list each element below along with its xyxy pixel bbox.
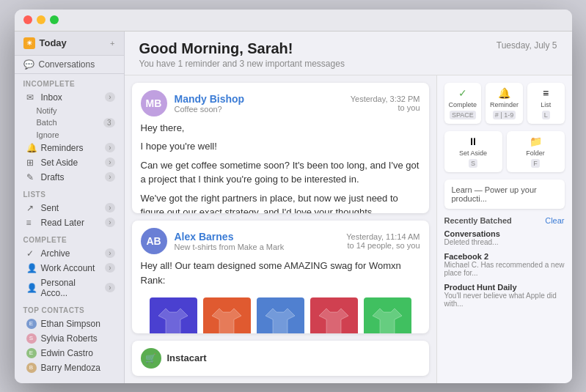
sidebar-item-set-aside[interactable]: ⊞ Set Aside › — [15, 155, 124, 170]
app-window: ☀ Today + 💬 Conversations INCOMPLETE ✉ I… — [15, 10, 572, 383]
notify-label: Notify — [37, 106, 115, 115]
conversations-label: Conversations — [39, 59, 95, 70]
batch-sender-1: Facebook 2 — [444, 252, 565, 261]
list-icon: ≡ — [543, 87, 549, 99]
close-button[interactable] — [23, 15, 32, 24]
message-list: MB Mandy Bishop Coffee soon? Yesterday, … — [125, 75, 436, 383]
tshirt-4 — [310, 297, 358, 333]
contact-name-ethan: Ethan Simpson — [41, 319, 115, 329]
body-line-1-2: Can we get coffee sometime soon? It's be… — [141, 158, 420, 187]
sidebar-item-read-later[interactable]: ≡ Read Later › — [15, 215, 124, 230]
sidebar-item-personal-account[interactable]: 👤 Personal Acco... › — [15, 275, 124, 300]
batch-preview-1: Michael C. Has recommended a new place f… — [444, 261, 565, 277]
sidebar-item-batch[interactable]: Batch 3 — [15, 117, 124, 129]
sender-name-2: Alex Barnes — [175, 231, 340, 243]
sidebar-item-contact-barry[interactable]: B Barry Mendoza — [15, 360, 124, 375]
main-content-area: Good Morning, Sarah! You have 1 reminder… — [125, 32, 572, 383]
list-shortcut: L — [542, 111, 550, 119]
message-subject-2: New t-shirts from Make a Mark — [175, 243, 340, 251]
minimize-button[interactable] — [37, 15, 45, 24]
folder-label: Folder — [526, 149, 545, 157]
instacart-item[interactable]: 🛒 Instacart — [132, 341, 429, 376]
message-to-2: to 14 people, so you — [346, 241, 420, 250]
date: Tuesday, July 5 — [497, 40, 557, 51]
tshirt-2 — [203, 297, 251, 333]
sidebar-item-inbox[interactable]: ✉ Inbox › — [15, 90, 124, 105]
body-line-1-0: Hey there, — [141, 121, 420, 136]
sidebar-item-contact-ethan[interactable]: E Ethan Simpson — [15, 317, 124, 331]
recently-batched-header: Recently Batched Clear — [444, 216, 565, 225]
set-aside-action-btn[interactable]: ⏸ Set Aside S — [444, 131, 502, 172]
contact-avatar-barry: B — [26, 363, 37, 373]
sidebar-item-sent[interactable]: ↗ Sent › — [15, 201, 124, 215]
message-time-2: Yesterday, 11:14 AM — [346, 232, 420, 241]
lists-section-header: LISTS — [15, 185, 124, 201]
reminders-icon: 🔔 — [26, 143, 37, 153]
read-later-icon: ≡ — [26, 218, 37, 228]
contact-avatar-ethan: E — [26, 319, 37, 329]
batch-item-0[interactable]: Conversations Deleted thread... — [444, 229, 565, 246]
tshirt-3 — [257, 297, 304, 333]
incomplete-section-header: INCOMPLETE — [15, 74, 124, 90]
sidebar-item-archive[interactable]: ✓ Archive › — [15, 246, 124, 261]
right-panel: ✓ Complete SPACE 🔔 Reminder # | 1-9 ≡ Li… — [436, 75, 572, 383]
batch-item-2[interactable]: Product Hunt Daily You'll never believe … — [444, 283, 565, 308]
message-header-2: AB Alex Barnes New t-shirts from Make a … — [132, 221, 429, 259]
reminder-action-btn[interactable]: 🔔 Reminder # | 1-9 — [486, 83, 523, 124]
sidebar-item-reminders[interactable]: 🔔 Reminders › — [15, 141, 124, 155]
sidebar-item-contact-edwin[interactable]: E Edwin Castro — [15, 346, 124, 360]
main-split: MB Mandy Bishop Coffee soon? Yesterday, … — [125, 75, 572, 383]
message-meta-1: Mandy Bishop Coffee soon? — [175, 93, 343, 114]
personal-account-icon: 👤 — [26, 283, 37, 293]
batch-sender-0: Conversations — [444, 229, 565, 238]
sidebar-today-label: Today — [40, 37, 106, 48]
app-body: ☀ Today + 💬 Conversations INCOMPLETE ✉ I… — [15, 32, 572, 383]
folder-icon: 📁 — [530, 136, 542, 147]
work-account-label: Work Account — [41, 263, 101, 273]
complete-label: Complete — [449, 101, 477, 108]
inbox-icon: ✉ — [26, 92, 37, 103]
sidebar-today-badge: + — [110, 39, 114, 48]
set-aside-label: Set Aside — [41, 158, 101, 168]
conversations-icon: 💬 — [23, 59, 34, 70]
drafts-label: Drafts — [41, 172, 101, 182]
complete-action-btn[interactable]: ✓ Complete SPACE — [444, 83, 482, 124]
personal-account-chevron: › — [105, 283, 114, 292]
folder-action-btn[interactable]: 📁 Folder F — [507, 131, 565, 172]
sidebar-item-conversations[interactable]: 💬 Conversations — [15, 56, 124, 74]
today-icon: ☀ — [23, 37, 35, 49]
sidebar-item-drafts[interactable]: ✎ Drafts › — [15, 170, 124, 185]
traffic-lights — [23, 15, 59, 24]
reminders-chevron: › — [105, 143, 114, 152]
contact-avatar-edwin: E — [26, 348, 37, 358]
inbox-label: Inbox — [41, 92, 101, 103]
sidebar-item-contact-sylvia[interactable]: S Sylvia Roberts — [15, 331, 124, 346]
tshirt-row — [141, 292, 420, 333]
batch-preview-2: You'll never believe what Apple did with… — [444, 292, 565, 308]
main-header: Good Morning, Sarah! You have 1 reminder… — [125, 32, 572, 75]
archive-icon: ✓ — [26, 248, 37, 259]
batch-label: Batch — [37, 118, 99, 127]
contact-name-sylvia: Sylvia Roberts — [41, 333, 115, 344]
learn-label: Learn — Power up your producti... — [452, 185, 537, 203]
batch-badge: 3 — [103, 118, 115, 127]
body-line-1-1: I hope you're well! — [141, 139, 420, 154]
personal-account-label: Personal Acco... — [41, 278, 101, 298]
message-subject-1: Coffee soon? — [175, 105, 343, 114]
sidebar-item-notify[interactable]: Notify — [15, 105, 124, 117]
list-action-btn[interactable]: ≡ List L — [527, 83, 565, 124]
sidebar-item-today[interactable]: ☀ Today + — [15, 32, 124, 56]
maximize-button[interactable] — [50, 15, 59, 24]
avatar-alex: AB — [141, 228, 167, 254]
clear-button[interactable]: Clear — [545, 216, 564, 225]
reminders-label: Reminders — [41, 143, 101, 153]
sent-label: Sent — [41, 203, 101, 213]
inbox-chevron: › — [105, 92, 114, 102]
learn-button[interactable]: Learn — Power up your producti... — [444, 180, 565, 209]
header-text: Good Morning, Sarah! You have 1 reminder… — [139, 40, 345, 69]
sidebar-item-ignore[interactable]: Ignore — [15, 129, 124, 141]
tshirt-5 — [364, 297, 411, 333]
sidebar-item-work-account[interactable]: 👤 Work Account › — [15, 261, 124, 275]
batch-item-1[interactable]: Facebook 2 Michael C. Has recommended a … — [444, 252, 565, 277]
set-aside-panel-shortcut: S — [469, 159, 477, 168]
